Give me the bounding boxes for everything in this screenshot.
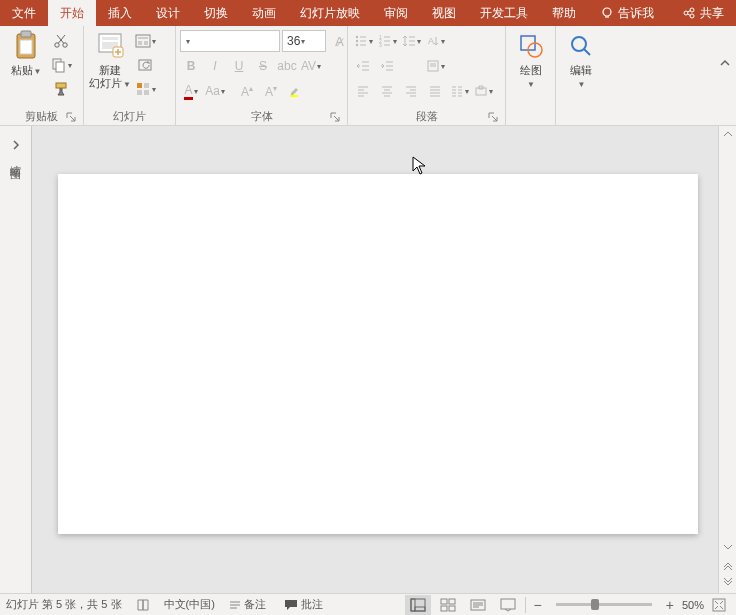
collapse-ribbon-button[interactable] — [718, 56, 732, 73]
copy-icon — [51, 57, 67, 73]
comments-button[interactable]: 批注 — [280, 595, 327, 615]
prev-slide-icon[interactable] — [722, 559, 734, 571]
tab-tellme[interactable]: 告诉我 — [588, 0, 666, 26]
tab-view[interactable]: 视图 — [420, 0, 468, 26]
notes-icon — [229, 599, 241, 611]
zoom-level[interactable]: 50% — [682, 599, 704, 611]
tab-share[interactable]: 共享 — [670, 0, 736, 26]
reading-view-button[interactable] — [465, 595, 491, 615]
align-center-button[interactable] — [376, 80, 398, 102]
font-label: 字体 — [251, 109, 273, 124]
align-right-button[interactable] — [400, 80, 422, 102]
clear-format-button[interactable]: A̷ — [328, 30, 350, 52]
newslide-l2: 幻灯片 — [89, 77, 122, 89]
scroll-up-icon[interactable] — [722, 128, 734, 140]
smartart-icon — [474, 84, 488, 98]
decrease-indent-button[interactable] — [352, 55, 374, 77]
svg-rect-41 — [441, 599, 447, 604]
svg-rect-38 — [411, 599, 425, 611]
slide-counter[interactable]: 幻灯片 第 5 张，共 5 张 — [6, 597, 122, 612]
language-label[interactable]: 中文(中国) — [164, 597, 215, 612]
justify-button[interactable] — [424, 80, 446, 102]
draw-label: 绘图 — [520, 64, 542, 76]
scissors-icon — [53, 33, 69, 49]
cursor-icon — [412, 156, 428, 176]
svg-rect-42 — [449, 599, 455, 604]
clipboard-launcher[interactable] — [65, 111, 77, 123]
editing-button[interactable]: 编辑▼ — [560, 28, 602, 91]
font-size-combo[interactable]: 36▾ — [282, 30, 326, 52]
paragraph-launcher[interactable] — [487, 111, 499, 123]
tab-insert[interactable]: 插入 — [96, 0, 144, 26]
sorter-view-button[interactable] — [435, 595, 461, 615]
italic-button[interactable]: I — [204, 55, 226, 77]
align-left-button[interactable] — [352, 80, 374, 102]
columns-icon — [450, 84, 464, 98]
strike-button[interactable]: S — [252, 55, 274, 77]
zoom-in-button[interactable]: + — [662, 595, 678, 615]
font-name-combo[interactable]: ▾ — [180, 30, 280, 52]
align-text-button[interactable]: ▾ — [424, 55, 446, 77]
next-slide-icon[interactable] — [722, 577, 734, 589]
tab-design[interactable]: 设计 — [144, 0, 192, 26]
copy-button[interactable]: ▾ — [50, 54, 72, 76]
drawing-button[interactable]: 绘图▼ — [510, 28, 551, 91]
shrink-font-button[interactable]: A▾ — [260, 80, 282, 102]
spellcheck-button[interactable] — [132, 595, 154, 615]
tab-home[interactable]: 开始 — [48, 0, 96, 26]
slide-canvas-area[interactable] — [32, 126, 718, 593]
change-case-button[interactable]: Aa▾ — [204, 80, 226, 102]
slideshow-view-icon — [500, 598, 516, 612]
scroll-down-icon[interactable] — [722, 541, 734, 553]
columns-button[interactable]: ▾ — [448, 80, 470, 102]
numbering-button[interactable]: 123▾ — [376, 30, 398, 52]
tab-developer[interactable]: 开发工具 — [468, 0, 540, 26]
tab-slideshow[interactable]: 幻灯片放映 — [288, 0, 372, 26]
comment-icon — [284, 599, 298, 611]
highlight-icon — [288, 84, 302, 98]
slide[interactable] — [58, 174, 698, 534]
grow-font-button[interactable]: A▴ — [236, 80, 258, 102]
tab-file[interactable]: 文件 — [0, 0, 48, 26]
tab-animation[interactable]: 动画 — [240, 0, 288, 26]
increase-indent-button[interactable] — [376, 55, 398, 77]
zoom-out-button[interactable]: − — [530, 595, 546, 615]
fit-window-button[interactable] — [708, 595, 730, 615]
normal-view-button[interactable] — [405, 595, 431, 615]
slideshow-view-button[interactable] — [495, 595, 521, 615]
case-icon: Aa — [205, 84, 220, 98]
layout-button[interactable]: ▾ — [134, 30, 156, 52]
tab-review[interactable]: 审阅 — [372, 0, 420, 26]
bold-button[interactable]: B — [180, 55, 202, 77]
shadow-button[interactable]: abc — [276, 55, 298, 77]
reset-button[interactable] — [134, 54, 156, 76]
zoom-thumb[interactable] — [591, 599, 599, 610]
char-spacing-button[interactable]: AV▾ — [300, 55, 322, 77]
svg-rect-39 — [411, 599, 415, 611]
new-slide-button[interactable]: 新建幻灯片▼ — [88, 28, 132, 91]
format-painter-button[interactable] — [50, 78, 72, 100]
tab-transition[interactable]: 切换 — [192, 0, 240, 26]
normal-view-icon — [410, 598, 426, 612]
font-color-button[interactable]: A▾ — [180, 80, 202, 102]
font-launcher[interactable] — [329, 111, 341, 123]
line-spacing-button[interactable]: ▾ — [400, 30, 422, 52]
status-bar: 幻灯片 第 5 张，共 5 张 中文(中国) 备注 批注 − + 50% — [0, 593, 736, 615]
svg-rect-6 — [20, 40, 32, 54]
paste-button[interactable]: 粘贴▼ — [4, 28, 48, 78]
highlight-button[interactable] — [284, 80, 306, 102]
thumbnails-pane-collapsed[interactable]: 缩略图 — [0, 126, 32, 593]
spacing-icon: AV — [301, 59, 316, 73]
text-direction-button[interactable]: A▾ — [424, 30, 446, 52]
svg-point-0 — [603, 8, 611, 16]
bullets-button[interactable]: ▾ — [352, 30, 374, 52]
cut-button[interactable] — [50, 30, 72, 52]
thumbnails-label: 缩略图 — [8, 156, 23, 162]
zoom-slider[interactable] — [556, 603, 652, 606]
tab-help[interactable]: 帮助 — [540, 0, 588, 26]
underline-button[interactable]: U — [228, 55, 250, 77]
section-button[interactable]: ▾ — [134, 78, 156, 100]
notes-button[interactable]: 备注 — [225, 595, 270, 615]
vertical-scrollbar[interactable] — [718, 126, 736, 593]
smartart-button[interactable]: ▾ — [472, 80, 494, 102]
